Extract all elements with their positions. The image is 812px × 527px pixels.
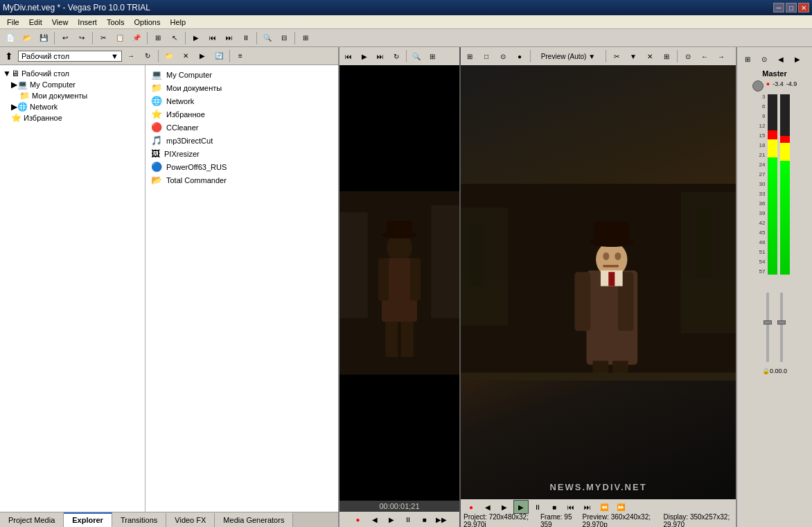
- explorer-play[interactable]: ▶: [195, 49, 210, 63]
- file-item-network[interactable]: 🌐 Network: [148, 94, 335, 107]
- file-item-ccleaner[interactable]: 🔴 CCleaner: [148, 121, 335, 134]
- explorer-up-button[interactable]: ⬆: [1, 49, 17, 63]
- explorer-new-folder[interactable]: 📁: [161, 49, 177, 63]
- menu-edit[interactable]: Edit: [25, 17, 46, 27]
- preview-main-pause[interactable]: ⏸: [530, 500, 545, 514]
- preview-main-rw[interactable]: ⏪: [597, 500, 612, 514]
- menu-tools[interactable]: Tools: [103, 17, 129, 27]
- preview-btn8[interactable]: ⊞: [659, 49, 674, 63]
- explorer-refresh-button[interactable]: ↻: [140, 49, 155, 63]
- preview-btn11[interactable]: →: [714, 49, 729, 63]
- preview-small-grid[interactable]: ⊞: [425, 49, 440, 63]
- tree-item-mydocs[interactable]: 📁 Мои документы: [17, 90, 145, 101]
- tab-explorer[interactable]: Explorer: [64, 512, 112, 527]
- file-label-network: Network: [166, 97, 194, 105]
- menu-insert[interactable]: Insert: [73, 17, 101, 27]
- tb-btn-1[interactable]: ▶: [188, 31, 204, 45]
- vu-btn2[interactable]: ⊙: [757, 52, 772, 66]
- tb-btn-4[interactable]: ⏸: [238, 31, 254, 45]
- tab-media-generators[interactable]: Media Generators: [215, 512, 293, 527]
- zoom-in-button[interactable]: 🔍: [260, 31, 275, 45]
- file-item-pixresizer[interactable]: 🖼 PIXresizer: [148, 147, 335, 160]
- file-item-mydocs[interactable]: 📁 Мои документы: [148, 81, 335, 94]
- preview-auto-dropdown[interactable]: Preview (Auto) ▼: [533, 49, 603, 63]
- tab-video-fx[interactable]: Video FX: [166, 512, 215, 527]
- preview-btn9[interactable]: ⊙: [680, 49, 696, 63]
- preview-small-zoom[interactable]: 🔍: [409, 49, 424, 63]
- preview-btn7[interactable]: ✕: [642, 49, 657, 63]
- preview-main-ff[interactable]: ⏩: [613, 500, 628, 514]
- master-fader-right-thumb[interactable]: [777, 320, 786, 325]
- preview-btn5[interactable]: ✂: [609, 49, 624, 63]
- explorer-content: ▼🖥 Рабочий стол ▶💻 My Computer 📁 Мои док…: [0, 65, 338, 512]
- preview-btn6[interactable]: ▼: [626, 49, 641, 63]
- explorer-view-toggle[interactable]: ≡: [233, 49, 248, 63]
- vu-green-left: [768, 157, 777, 275]
- tree-item-favorites[interactable]: ⭐ Избранное: [8, 112, 145, 123]
- tb-btn-2[interactable]: ⏮: [205, 31, 220, 45]
- explorer-delete[interactable]: ✕: [178, 49, 193, 63]
- pause-small[interactable]: ⏸: [400, 512, 416, 526]
- preview-small-btn1[interactable]: ⏮: [341, 49, 356, 63]
- vu-btn1[interactable]: ⊞: [740, 52, 755, 66]
- menu-view[interactable]: View: [48, 17, 73, 27]
- explorer-loop[interactable]: 🔄: [211, 49, 227, 63]
- preview-main-prev[interactable]: ⏮: [563, 500, 579, 514]
- paste-button[interactable]: 📌: [129, 31, 144, 45]
- preview-main-play[interactable]: ▶: [497, 500, 512, 514]
- save-button[interactable]: 💾: [36, 31, 51, 45]
- preview-main-btn4[interactable]: ●: [512, 49, 527, 63]
- master-knob-left[interactable]: [752, 80, 764, 92]
- explorer-nav-button[interactable]: →: [123, 49, 139, 63]
- tree-item-desktop[interactable]: ▼🖥 Рабочий стол: [0, 68, 145, 79]
- cut-button[interactable]: ✂: [96, 31, 111, 45]
- file-item-mp3directcut[interactable]: 🎵 mp3DirectCut: [148, 134, 335, 147]
- preview-small-btn4[interactable]: ↻: [389, 49, 404, 63]
- play-small[interactable]: ▶: [384, 512, 399, 526]
- snap-button[interactable]: ⊞: [150, 31, 166, 45]
- next-frame-small[interactable]: ▶▶: [434, 512, 449, 526]
- preview-main-btn1[interactable]: ⊞: [462, 49, 477, 63]
- path-dropdown[interactable]: Рабочий стол ▼: [18, 51, 122, 62]
- file-item-favorites[interactable]: ⭐ Избранное: [148, 107, 335, 121]
- redo-button[interactable]: ↪: [74, 31, 89, 45]
- vu-btn4[interactable]: ▶: [790, 52, 805, 66]
- record-button-main[interactable]: ●: [464, 500, 479, 514]
- menu-help[interactable]: Help: [166, 17, 190, 27]
- cursor-button[interactable]: ↖: [167, 31, 182, 45]
- file-item-poweroff[interactable]: 🔵 PowerOff63_RUS: [148, 160, 335, 173]
- tab-project-media[interactable]: Project Media: [0, 512, 64, 527]
- menu-file[interactable]: File: [3, 17, 24, 27]
- menu-options[interactable]: Options: [130, 17, 165, 27]
- record-button-small[interactable]: ●: [351, 512, 366, 526]
- stop-small[interactable]: ■: [417, 512, 432, 526]
- preview-main-stop[interactable]: ■: [547, 500, 562, 514]
- preview-small-btn3[interactable]: ⏭: [373, 49, 388, 63]
- grid-button[interactable]: ⊞: [298, 31, 313, 45]
- tree-item-network[interactable]: ▶🌐 Network: [8, 101, 145, 112]
- maximize-button[interactable]: □: [786, 3, 797, 12]
- file-item-mycomputer[interactable]: 💻 My Computer: [148, 68, 335, 81]
- undo-button[interactable]: ↩: [58, 31, 73, 45]
- exp-sep2: [229, 50, 230, 62]
- prev-frame-small[interactable]: ◀: [367, 512, 382, 526]
- tb-btn-3[interactable]: ⏭: [222, 31, 237, 45]
- copy-button[interactable]: 📋: [112, 31, 127, 45]
- preview-main-btn2[interactable]: □: [479, 49, 494, 63]
- zoom-out-button[interactable]: ⊟: [276, 31, 292, 45]
- tab-transitions[interactable]: Transitions: [112, 512, 166, 527]
- new-button[interactable]: 📄: [3, 31, 18, 45]
- preview-small-btn2[interactable]: ▶: [357, 49, 372, 63]
- vu-btn3[interactable]: ◀: [773, 52, 788, 66]
- preview-main-btn3[interactable]: ⊙: [495, 49, 511, 63]
- preview-main-loop[interactable]: ▶: [513, 500, 529, 514]
- close-button[interactable]: ✕: [798, 3, 809, 12]
- tree-item-mycomputer[interactable]: ▶💻 My Computer: [8, 79, 145, 90]
- open-button[interactable]: 📂: [19, 31, 35, 45]
- master-fader-left-thumb[interactable]: [764, 320, 772, 325]
- minimize-button[interactable]: ─: [773, 3, 784, 12]
- preview-main-next[interactable]: ⏭: [580, 500, 595, 514]
- file-item-totalcommander[interactable]: 📂 Total Commander: [148, 173, 335, 187]
- preview-main-back[interactable]: ◀: [480, 500, 495, 514]
- preview-btn10[interactable]: ←: [697, 49, 712, 63]
